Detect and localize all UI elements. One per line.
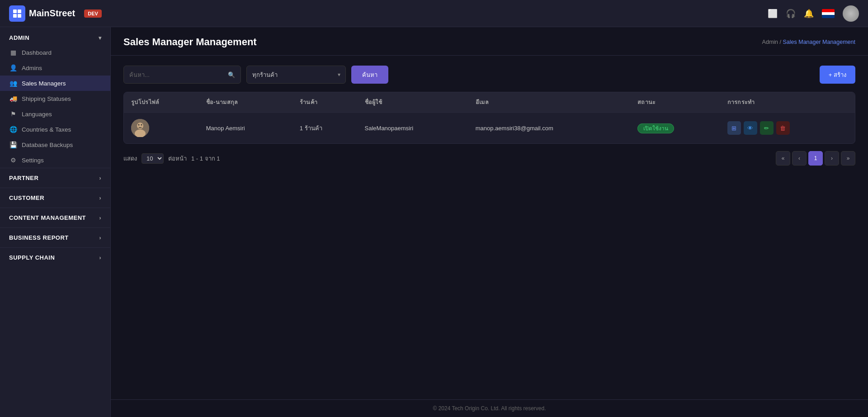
grid-view-button[interactable]: ⊞ [727,121,741,135]
countries-icon: 🌐 [9,126,17,133]
svg-rect-3 [18,14,21,18]
search-button[interactable]: ค้นหา [351,66,388,84]
sidebar-item-sales-managers[interactable]: 👥 Sales Managers [0,76,110,91]
breadcrumb-parent: Admin [762,39,778,45]
settings-icon: ⚙ [9,156,17,164]
brand-name: MainStreet [29,8,75,19]
edit-button[interactable]: ✏ [760,121,774,135]
footer-text: © 2024 Tech Origin Co. Ltd. All rights r… [433,405,546,412]
create-button[interactable]: + สร้าง [820,66,855,84]
status-badge: เปิดใช้งาน [637,123,674,133]
cell-actions: ⊞ 👁 ✏ 🗑 [720,113,855,144]
svg-rect-1 [18,9,21,13]
col-status: สถานะ [630,92,720,113]
flag-icon[interactable] [822,9,835,18]
business-report-chevron: › [99,235,102,241]
main-header: Sales Manager Management Admin / Sales M… [111,27,868,56]
sidebar-item-languages[interactable]: ⚑ Languages [0,106,110,122]
breadcrumb: Admin / Sales Manager Management [762,39,855,45]
sales-managers-icon: 👥 [9,80,17,87]
admins-icon: 👤 [9,64,17,71]
database-icon: 💾 [9,141,17,148]
admin-section-header: ADMIN ▾ [0,27,110,45]
dev-badge: DEV [84,9,102,18]
admin-chevron[interactable]: ▾ [99,35,102,41]
toolbar: 🔍 ทุกร้านค้า ค้นหา + สร้าง [123,66,855,84]
search-icon: 🔍 [228,71,235,78]
sidebar-item-dashboard[interactable]: ▦ Dashboard [0,45,110,60]
sidebar-label-admins: Admins [22,65,42,71]
search-box: 🔍 [123,66,241,84]
sidebar-item-database-backups[interactable]: 💾 Database Backups [0,137,110,152]
page-1-button[interactable]: 1 [808,151,823,166]
sidebar-item-admins[interactable]: 👤 Admins [0,60,110,76]
sidebar-label-shipping: Shipping Statuses [22,95,71,102]
pagination-area: แสดง 10 25 50 ต่อหน้า 1 - 1 จาก 1 « ‹ 1 … [123,151,855,166]
partner-section[interactable]: PARTNER › [0,168,110,188]
last-page-button[interactable]: » [841,151,855,166]
admin-section-label: ADMIN [9,34,29,41]
search-input[interactable] [129,71,228,78]
layout: ADMIN ▾ ▦ Dashboard 👤 Admins 👥 Sales Man… [0,27,868,417]
cell-name: Manop Aemsiri [199,113,292,144]
avatar[interactable] [843,5,859,22]
partner-label: PARTNER [9,175,38,181]
first-page-button[interactable]: « [776,151,790,166]
brand-logo [9,5,25,22]
content-management-label: CONTENT MANAGEMENT [9,214,86,221]
store-select[interactable]: ทุกร้านค้า [246,66,346,84]
sidebar-label-countries: Countries & Taxes [22,126,71,133]
next-page-button[interactable]: › [825,151,839,166]
pagination-buttons: « ‹ 1 › » [776,151,855,166]
footer: © 2024 Tech Origin Co. Ltd. All rights r… [111,399,868,417]
col-actions: การกระทำ [720,92,855,113]
col-profile: รูปโปรไฟล์ [124,92,199,113]
table-row: Manop Aemsiri 1 ร้านค้า SaleManopaemsiri… [124,113,855,144]
per-page-select[interactable]: 10 25 50 [142,153,164,164]
supply-chain-label: SUPPLY CHAIN [9,254,55,261]
col-store: ร้านค้า [292,92,358,113]
page-title: Sales Manager Management [123,36,257,48]
svg-point-7 [138,124,140,126]
languages-icon: ⚑ [9,110,17,118]
svg-point-8 [141,124,142,126]
sidebar-item-countries-taxes[interactable]: 🌐 Countries & Taxes [0,122,110,137]
cell-username: SaleManopaemsiri [358,113,468,144]
sales-managers-table: รูปโปรไฟล์ ชื่อ-นามสกุล ร้านค้า ชื่อผู้ใ… [124,92,855,143]
delete-button[interactable]: 🗑 [776,121,790,135]
view-button[interactable]: 👁 [744,121,757,135]
customer-section[interactable]: CUSTOMER › [0,188,110,208]
cell-store: 1 ร้านค้า [292,113,358,144]
main-content: 🔍 ทุกร้านค้า ค้นหา + สร้าง รูปโปรไฟล์ ช [111,56,868,399]
main-area: Sales Manager Management Admin / Sales M… [111,27,868,417]
prev-page-button[interactable]: ‹ [792,151,807,166]
sidebar-label-dashboard: Dashboard [22,49,52,56]
supply-chain-section[interactable]: SUPPLY CHAIN › [0,247,110,267]
record-info: 1 - 1 จาก 1 [191,154,220,163]
sidebar-label-languages: Languages [22,111,52,118]
col-name: ชื่อ-นามสกุล [199,92,292,113]
customer-label: CUSTOMER [9,194,44,201]
show-label: แสดง [123,154,137,163]
brand: MainStreet DEV [9,5,102,22]
sidebar-item-settings[interactable]: ⚙ Settings [0,152,110,168]
monitor-icon[interactable]: ⬜ [768,9,778,19]
shipping-icon: 🚚 [9,95,17,102]
sidebar-label-settings: Settings [22,157,44,164]
breadcrumb-current[interactable]: Sales Manager Management [783,39,855,45]
sidebar: ADMIN ▾ ▦ Dashboard 👤 Admins 👥 Sales Man… [0,27,111,417]
partner-chevron: › [99,175,102,181]
headset-icon[interactable]: 🎧 [786,9,796,19]
col-username: ชื่อผู้ใช้ [358,92,468,113]
content-management-section[interactable]: CONTENT MANAGEMENT › [0,208,110,227]
dashboard-icon: ▦ [9,49,17,56]
business-report-section[interactable]: BUSINESS REPORT › [0,227,110,247]
bell-icon[interactable]: 🔔 [804,9,814,19]
content-management-chevron: › [99,215,102,221]
store-select-wrapper: ทุกร้านค้า [246,66,346,84]
col-email: อีเมล [468,92,630,113]
topnav: MainStreet DEV ⬜ 🎧 🔔 [0,0,868,27]
sidebar-item-shipping-statuses[interactable]: 🚚 Shipping Statuses [0,91,110,106]
svg-rect-2 [13,14,17,18]
per-page-label: ต่อหน้า [168,154,187,163]
